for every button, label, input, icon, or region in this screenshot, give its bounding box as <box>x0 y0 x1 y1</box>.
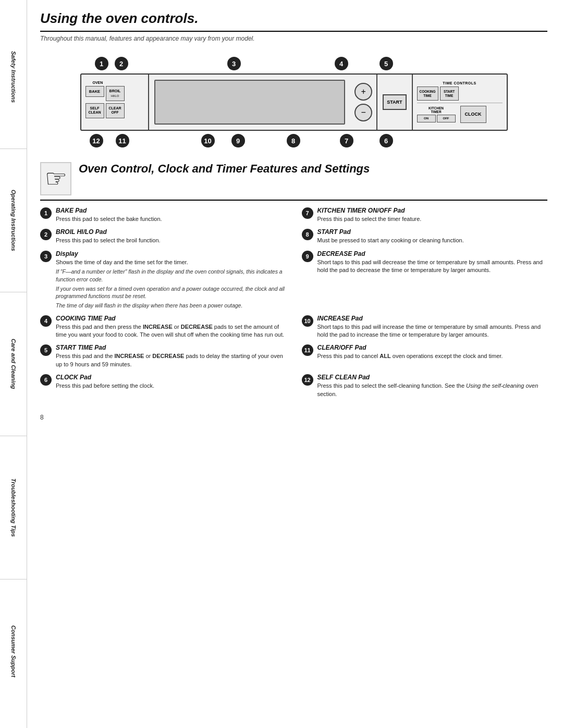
feature-title-10: INCREASE Pad <box>317 315 548 322</box>
feature-num-3: 3 <box>40 251 52 262</box>
feature-italic-3a: If "F—and a number or letter" flash in t… <box>56 268 286 283</box>
feature-content-3: Display Shows the time of day and the ti… <box>56 250 286 310</box>
feature-1: 1 BAKE Pad Press this pad to select the … <box>40 207 286 223</box>
num-2-top: 2 <box>115 57 128 70</box>
self-clean-button[interactable]: SELFCLEAN <box>85 103 104 118</box>
clear-off-button[interactable]: CLEAROFF <box>106 103 125 118</box>
feature-content-11: CLEAR/OFF Pad Press this pad to cancel A… <box>317 344 503 360</box>
feature-num-6: 6 <box>40 374 52 386</box>
feature-title-7: KITCHEN TIMER ON/OFF Pad <box>317 207 422 214</box>
feature-content-12: SELF CLEAN Pad Press this pad to select … <box>317 374 548 398</box>
feature-text-7: Press this pad to select the timer featu… <box>317 215 422 223</box>
feature-content-1: BAKE Pad Press this pad to select the ba… <box>56 207 162 223</box>
feature-title-9: DECREASE Pad <box>317 250 548 257</box>
num-8-bottom: 8 <box>287 134 300 147</box>
num-3-top: 3 <box>227 57 241 70</box>
feature-content-8: START Pad Must be pressed to start any c… <box>317 228 464 244</box>
feature-text-11: Press this pad to cancel ALL oven operat… <box>317 352 503 360</box>
self-clear-section: SELFCLEAN CLEAROFF <box>85 103 144 118</box>
feature-9: 9 DECREASE Pad Short taps to this pad wi… <box>302 250 548 310</box>
feature-num-7: 7 <box>302 207 313 219</box>
sidebar-item-care[interactable]: Care and Cleaning <box>0 292 27 436</box>
feature-11: 11 CLEAR/OFF Pad Press this pad to cance… <box>302 344 548 368</box>
sidebar-item-troubleshooting[interactable]: Troubleshooting Tips <box>0 436 27 580</box>
cooking-time-button[interactable]: COOKINGTIME <box>417 87 438 101</box>
broil-button[interactable]: BROILHI/LO <box>106 86 125 101</box>
time-controls-label: TIME CONTROLS <box>417 81 503 85</box>
panel-left: OVEN BAKE BROILHI/LO SELFCLEAN CLEAROFF <box>81 75 149 130</box>
increase-button[interactable]: + <box>354 83 372 101</box>
sidebar: Safety Instructions Operating Instructio… <box>0 0 27 728</box>
feature-num-11: 11 <box>302 344 313 356</box>
section2-header: ☞ Oven Control, Clock and Timer Features… <box>40 162 547 201</box>
num-1-top: 1 <box>95 57 108 70</box>
feature-content-7: KITCHEN TIMER ON/OFF Pad Press this pad … <box>317 207 422 223</box>
kitchen-timer-off-button[interactable]: OFF <box>437 115 456 122</box>
feature-content-4: COOKING TIME Pad Press this pad and then… <box>56 315 286 339</box>
cooking-start-row: COOKINGTIME STARTTIME <box>417 87 503 101</box>
features-grid: 1 BAKE Pad Press this pad to select the … <box>40 207 547 403</box>
start-time-button[interactable]: STARTTIME <box>440 87 459 101</box>
feature-title-2: BROIL HI/LO Pad <box>56 228 161 236</box>
feature-content-10: INCREASE Pad Short taps to this pad will… <box>317 315 548 339</box>
hand-icon: ☞ <box>40 162 71 195</box>
feature-content-5: START TIME Pad Press this pad and the IN… <box>56 344 286 368</box>
subtitle: Throughout this manual, features and app… <box>40 35 547 42</box>
feature-text-10: Short taps to this pad will increase the… <box>317 323 548 339</box>
feature-title-8: START Pad <box>317 228 464 236</box>
feature-title-12: SELF CLEAN Pad <box>317 374 548 381</box>
feature-title-11: CLEAR/OFF Pad <box>317 344 503 351</box>
num-6-bottom: 6 <box>380 134 393 147</box>
section2-title: Oven Control, Clock and Timer Features a… <box>79 162 370 176</box>
feature-title-4: COOKING TIME Pad <box>56 315 286 322</box>
panel-body: OVEN BAKE BROILHI/LO SELFCLEAN CLEAROFF <box>80 73 508 131</box>
num-7-bottom: 7 <box>340 134 353 147</box>
feature-8: 8 START Pad Must be pressed to start any… <box>302 228 548 244</box>
display-screen <box>154 80 346 125</box>
feature-num-12: 12 <box>302 374 313 386</box>
panel-right: TIME CONTROLS COOKINGTIME STARTTIME KITC… <box>413 75 507 130</box>
feature-text-3: Shows the time of day and the time set f… <box>56 258 286 266</box>
page-title: Using the oven controls. <box>40 10 547 32</box>
main-content: Using the oven controls. Throughout this… <box>27 0 563 728</box>
feature-3: 3 Display Shows the time of day and the … <box>40 250 286 310</box>
start-section: START <box>377 75 412 130</box>
feature-title-6: CLOCK Pad <box>56 374 154 381</box>
feature-num-5: 5 <box>40 344 52 356</box>
feature-italic-3c: The time of day will flash in the displa… <box>56 302 286 310</box>
sidebar-item-operating[interactable]: Operating Instructions <box>0 149 27 293</box>
feature-12: 12 SELF CLEAN Pad Press this pad to sele… <box>302 374 548 398</box>
feature-text-4: Press this pad and then press the INCREA… <box>56 323 286 339</box>
feature-text-8: Must be pressed to start any cooking or … <box>317 237 464 244</box>
feature-num-4: 4 <box>40 315 52 327</box>
feature-num-8: 8 <box>302 229 313 240</box>
clock-button[interactable]: CLOCK <box>460 106 486 123</box>
feature-content-6: CLOCK Pad Press this pad before setting … <box>56 374 154 390</box>
feature-content-9: DECREASE Pad Short taps to this pad will… <box>317 250 548 275</box>
kitchen-timer-on-button[interactable]: ON <box>417 115 436 122</box>
feature-text-2: Press this pad to select the broil funct… <box>56 237 161 244</box>
kitchen-timer-clock-row: KITCHENTIMER ON OFF CLOCK <box>417 106 503 123</box>
kitchen-timer-label: KITCHENTIMER <box>429 106 444 114</box>
num-5-top: 5 <box>380 57 393 70</box>
feature-title-1: BAKE Pad <box>56 207 162 214</box>
sidebar-item-safety[interactable]: Safety Instructions <box>0 5 27 149</box>
feature-text-9: Short taps to this pad will decrease the… <box>317 258 548 275</box>
num-4-top: 4 <box>335 57 348 70</box>
decrease-button[interactable]: − <box>354 104 372 121</box>
feature-4: 4 COOKING TIME Pad Press this pad and th… <box>40 315 286 339</box>
feature-5: 5 START TIME Pad Press this pad and the … <box>40 344 286 368</box>
feature-content-2: BROIL HI/LO Pad Press this pad to select… <box>56 228 161 244</box>
feature-7: 7 KITCHEN TIMER ON/OFF Pad Press this pa… <box>302 207 548 223</box>
feature-text-6: Press this pad before setting the clock. <box>56 382 154 390</box>
sidebar-item-consumer[interactable]: Consumer Support <box>0 579 27 723</box>
num-10-bottom: 10 <box>201 134 215 147</box>
time-controls-section: TIME CONTROLS COOKINGTIME STARTTIME <box>417 81 503 104</box>
start-button[interactable]: START <box>383 94 406 110</box>
bake-button[interactable]: BAKE <box>85 86 104 97</box>
feature-2: 2 BROIL HI/LO Pad Press this pad to sele… <box>40 228 286 244</box>
page-number: 8 <box>40 414 547 421</box>
feature-title-5: START TIME Pad <box>56 344 286 351</box>
feature-num-9: 9 <box>302 251 313 262</box>
feature-num-2: 2 <box>40 229 52 240</box>
